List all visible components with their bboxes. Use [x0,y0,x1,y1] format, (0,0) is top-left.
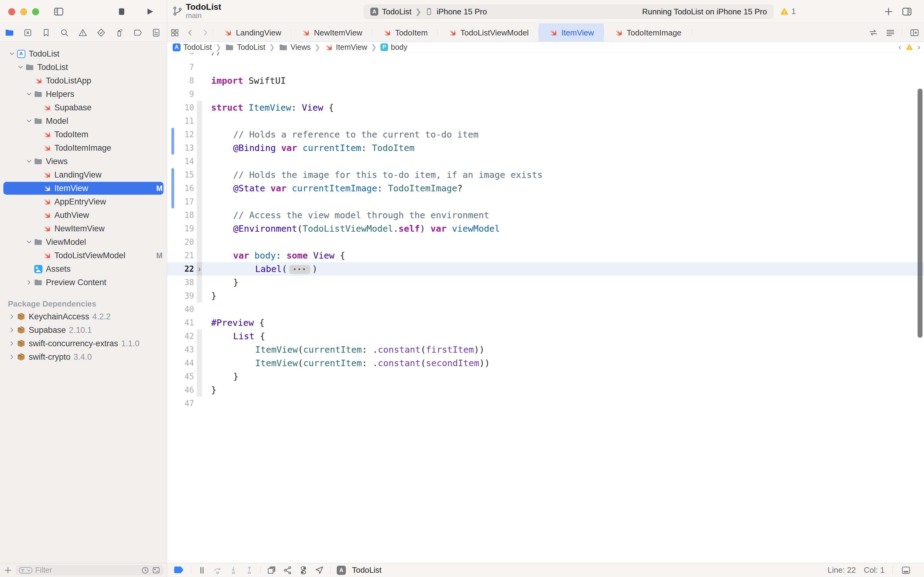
tree-item-Helpers[interactable]: Helpers [0,87,167,101]
code-review-icon[interactable] [868,27,879,38]
line-number[interactable]: 7 [167,63,195,72]
line-number[interactable]: 41 [167,318,195,327]
pause-icon[interactable] [197,566,206,575]
go-back-button[interactable] [182,24,198,42]
previous-issue-button[interactable]: ‹ [899,42,901,52]
reports-navigator-button[interactable] [151,27,161,38]
toggle-left-sidebar-button[interactable] [53,5,65,18]
issues-navigator-button[interactable] [77,27,88,38]
line-number[interactable]: 39 [167,291,195,300]
run-destination[interactable]: iPhone 15 Pro [437,7,487,16]
warning-count-badge[interactable]: 1 [780,7,796,16]
tree-item-AppEntryView[interactable]: AppEntryView [0,195,167,208]
line-number[interactable]: 10 [167,103,195,112]
line-number[interactable]: 38 [167,278,195,287]
running-app-label[interactable]: TodoList [352,566,382,575]
tree-item-AuthView[interactable]: AuthView [0,208,167,222]
tab-ItemView[interactable]: ItemView [539,24,604,42]
project-navigator-button[interactable] [4,27,14,38]
fold-disclosure-icon[interactable]: › [197,262,202,276]
line-number[interactable]: 6 [167,53,195,56]
scheme-project-branch[interactable]: TodoList main [172,2,221,19]
chevron-down-icon[interactable] [25,118,33,124]
chevron-right-icon[interactable] [25,279,33,286]
line-number[interactable]: 14 [167,157,195,166]
chevron-down-icon[interactable] [25,239,33,245]
line-number[interactable]: 45 [167,372,195,381]
add-file-button[interactable] [0,566,16,575]
run-button[interactable] [143,5,156,18]
package-item-KeychainAccess[interactable]: KeychainAccess4.2.2 [0,310,167,323]
stop-button[interactable] [116,5,128,18]
breadcrumb-item-TodoList[interactable]: ATodoList [173,43,212,52]
bookmarks-navigator-button[interactable] [41,27,52,38]
scheme-name[interactable]: TodoList [382,7,412,16]
line-number[interactable]: 19 [167,224,195,233]
line-number[interactable]: 44 [167,358,195,367]
simulate-location-icon[interactable] [314,566,324,575]
tree-item-ItemView[interactable]: ItemViewM [0,182,167,195]
sidebar-divider[interactable] [167,0,167,577]
changes-navigator-button[interactable] [23,27,33,38]
line-number[interactable]: 47 [167,399,195,408]
line-number[interactable]: 42 [167,332,195,341]
tree-item-Supabase[interactable]: Supabase [0,101,167,114]
source-control-status-filter-icon[interactable] [152,566,160,575]
line-number[interactable]: 21 [167,251,195,260]
chevron-right-icon[interactable] [8,354,16,360]
tree-item-LandingView[interactable]: LandingView [0,168,167,182]
line-number[interactable]: 40 [167,305,195,314]
debug-navigator-button[interactable] [114,27,125,38]
tree-item-Preview Content[interactable]: Preview Content [0,276,167,289]
tab-TodoItem[interactable]: TodoItem [372,24,438,42]
breadcrumb-item-body[interactable]: Pbody [380,43,407,52]
breakpoints-navigator-button[interactable] [133,27,143,38]
add-editor-icon[interactable] [910,27,920,38]
view-hierarchy-icon[interactable] [267,566,277,575]
recent-files-clock-icon[interactable] [141,566,150,575]
line-number[interactable]: 46 [167,385,195,395]
filter-input[interactable] [35,566,138,575]
tree-item-TodoItemImage[interactable]: TodoItemImage [0,141,167,155]
breadcrumb-item-TodoList[interactable]: TodoList [225,43,265,52]
breadcrumb-item-Views[interactable]: Views [278,43,311,52]
tree-item-TodoListApp[interactable]: TodoListApp [0,74,167,87]
chevron-right-icon[interactable] [8,327,16,334]
find-navigator-button[interactable] [59,27,70,38]
tab-TodoListViewModel[interactable]: TodoListViewModel [438,24,539,42]
tree-item-TodoListViewModel[interactable]: TodoListViewModelM [0,249,167,262]
toggle-debug-area-icon[interactable] [901,565,911,575]
environment-overrides-icon[interactable] [299,566,308,575]
go-forward-button[interactable] [198,24,213,42]
line-number[interactable]: 11 [167,116,195,126]
breadcrumb-item-ItemView[interactable]: ItemView [324,43,367,52]
memory-graph-icon[interactable] [283,566,292,575]
tab-NewItemView[interactable]: NewItemView [291,24,372,42]
tree-item-ViewModel[interactable]: ViewModel [0,235,167,249]
breakpoints-toggle-icon[interactable] [173,566,185,575]
chevron-down-icon[interactable] [8,50,16,57]
scrollbar-thumb[interactable] [918,89,922,338]
line-number[interactable]: 22 [167,264,195,274]
source-editor[interactable]: 6//78import SwiftUI910struct ItemView: V… [167,53,924,563]
tab-LandingView[interactable]: LandingView [213,24,291,42]
scheme-device-status-bar[interactable]: A TodoList ❯ iPhone 15 Pro Running TodoL… [364,4,774,19]
tree-item-Model[interactable]: Model [0,114,167,128]
adjust-editor-options-icon[interactable] [885,27,896,38]
package-item-swift-concurrency-extras[interactable]: swift-concurrency-extras1.1.0 [0,337,167,350]
chevron-right-icon[interactable] [8,313,16,320]
line-number[interactable]: 9 [167,90,195,99]
chevron-down-icon[interactable] [25,158,33,165]
chevron-down-icon[interactable] [16,64,24,71]
line-number[interactable]: 18 [167,211,195,220]
tree-item-TodoItem[interactable]: TodoItem [0,128,167,141]
close-window-button[interactable] [8,8,15,15]
line-number[interactable]: 8 [167,76,195,85]
toggle-right-sidebar-button[interactable] [901,5,913,18]
new-tab-button[interactable] [882,5,895,18]
package-item-swift-crypto[interactable]: swift-crypto3.4.0 [0,350,167,364]
line-number[interactable]: 20 [167,237,195,247]
chevron-right-icon[interactable] [8,340,16,347]
tree-item-Assets[interactable]: Assets [0,262,167,276]
tree-item-NewItemView[interactable]: NewItemView [0,222,167,235]
